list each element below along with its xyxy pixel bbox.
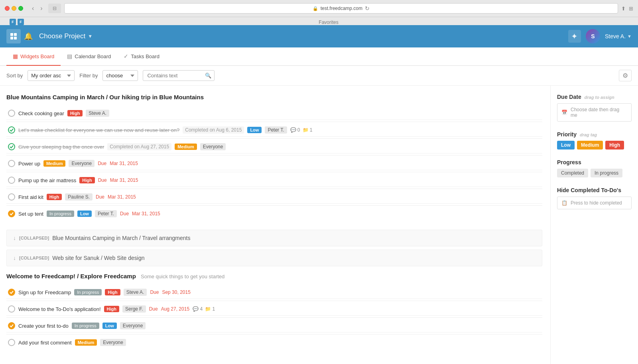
- assignee-badge: Everyone: [120, 322, 146, 329]
- browser-url-bar[interactable]: 🔒 test.freedcamp.com ↻: [64, 3, 618, 14]
- freedcamp-group-title: Welcome to Freedcamp! / Explore Freedcam…: [6, 273, 542, 282]
- task-item: Add your first comment Medium Everyone: [6, 336, 542, 349]
- toolbar: Sort by My order asc My order desc Due d…: [0, 66, 638, 86]
- collapse-arrow-icon: ↓: [13, 235, 16, 241]
- assignee-badge: Peter T.: [265, 126, 287, 134]
- tabs-bar: ▦ Widgets Board ▤ Calendar Board ✓ Tasks…: [0, 47, 638, 66]
- task-check[interactable]: [8, 322, 15, 329]
- tab-tasks-label: Tasks Board: [131, 53, 160, 59]
- main-layout: Blue Mountains Camping in March / Our hi…: [0, 86, 638, 364]
- minimize-button[interactable]: [12, 6, 16, 11]
- file-count: 📁 1: [303, 127, 313, 133]
- task-item: Create your first to-do In progress Low …: [6, 319, 542, 333]
- date-drag-box[interactable]: 📅 Choose date then drag me: [557, 103, 632, 122]
- collapse-arrow-icon: ↓: [13, 255, 16, 261]
- filter-label: Filter by: [79, 73, 98, 79]
- assignee-badge: Steve A.: [86, 110, 109, 117]
- sort-label: Sort by: [6, 73, 23, 79]
- collapsed-group-1[interactable]: ↓ [COLLAPSED] Blue Mountains Camping in …: [6, 230, 542, 246]
- task-item: Pump up the air mattress High Due Mar 31…: [6, 174, 542, 187]
- tab-calendar-board[interactable]: ▤ Calendar Board: [61, 47, 117, 66]
- assignee-badge: Everyone: [200, 143, 226, 150]
- search-input[interactable]: [143, 70, 215, 81]
- task-check[interactable]: [8, 193, 15, 201]
- tab-widgets-board[interactable]: ▦ Widgets Board: [6, 47, 61, 66]
- due-prefix: Due: [120, 211, 129, 216]
- task-title: Let's make checklist for everyone we can…: [18, 127, 179, 133]
- priority-tag-high[interactable]: High: [605, 141, 624, 150]
- maximize-button[interactable]: [18, 6, 23, 11]
- priority-badge-low: Low: [102, 323, 117, 329]
- file-count: 📁 1: [205, 306, 215, 312]
- collapsed-group-2[interactable]: ↓ [COLLAPSED] Web site for Sanuk / Web S…: [6, 250, 542, 266]
- task-title: Add your first comment: [18, 340, 72, 346]
- close-button[interactable]: [5, 6, 10, 11]
- expand-icon[interactable]: ⊞: [629, 6, 633, 12]
- user-menu[interactable]: Steve A. ▼: [605, 33, 632, 39]
- priority-tag-medium[interactable]: Medium: [577, 141, 603, 150]
- task-check[interactable]: [8, 289, 15, 296]
- task-item: Check cooking gear High Steve A.: [6, 107, 542, 120]
- sidebar-due-date-section: Due Date drag to assign 📅 Choose date th…: [557, 94, 632, 122]
- due-date: Mar 31, 2015: [110, 177, 138, 183]
- user-avatar[interactable]: S: [586, 29, 600, 43]
- username-label: Steve A.: [605, 33, 626, 39]
- hide-completed-button[interactable]: 📋 Press to hide completed: [557, 197, 632, 209]
- comment-count: 💬 0: [290, 127, 300, 133]
- due-date: Sep 30, 2015: [162, 289, 190, 295]
- task-title: First aid kit: [18, 194, 43, 200]
- refresh-icon[interactable]: ↻: [365, 5, 370, 12]
- forward-button[interactable]: ›: [38, 4, 45, 13]
- priority-tag-low[interactable]: Low: [557, 141, 575, 150]
- calendar-board-icon: ▤: [67, 53, 72, 59]
- task-check[interactable]: [8, 143, 15, 150]
- priority-tags: Low Medium High: [557, 141, 632, 150]
- progress-badge: In progress: [74, 289, 102, 295]
- progress-tags: Completed In progress: [557, 169, 632, 177]
- task-title: Check cooking gear: [18, 110, 64, 116]
- task-item: Sign up for Freedcamp In progress High S…: [6, 286, 542, 299]
- task-item: Let's make checklist for everyone we can…: [6, 124, 542, 137]
- task-check[interactable]: [8, 177, 15, 184]
- filter-select[interactable]: choose Priority Assignee Due Date Progre…: [102, 70, 138, 81]
- progress-badge: In progress: [72, 323, 99, 329]
- task-item: Give your sleeping bag the once over Com…: [6, 140, 542, 153]
- task-item: Set up tent In progress Low Peter T. Due…: [6, 207, 542, 220]
- project-selector[interactable]: Choose Project ▼: [39, 32, 93, 40]
- assignee-badge: Peter T.: [95, 210, 117, 217]
- assignee-badge: Steve A.: [124, 289, 147, 296]
- task-check[interactable]: [8, 339, 15, 346]
- due-date-title: Due Date drag to assign: [557, 94, 632, 100]
- task-title: Welcome to the To-Do's application!: [18, 306, 101, 312]
- task-item: Welcome to the To-Do's application! High…: [6, 303, 542, 316]
- tab-calendar-label: Calendar Board: [75, 53, 111, 59]
- add-new-button[interactable]: ✦: [568, 30, 581, 43]
- task-check[interactable]: [8, 110, 15, 117]
- task-title: Power up: [18, 161, 40, 167]
- back-button[interactable]: ‹: [30, 4, 36, 13]
- progress-tag-inprogress[interactable]: In progress: [591, 169, 622, 177]
- priority-badge-medium: Medium: [175, 144, 197, 150]
- task-title: Set up tent: [18, 211, 43, 217]
- task-check[interactable]: [8, 160, 15, 167]
- tab-tasks-board[interactable]: ✓ Tasks Board: [117, 47, 166, 66]
- freedcamp-group: Welcome to Freedcamp! / Explore Freedcam…: [6, 273, 542, 349]
- settings-gear-button[interactable]: ⚙: [619, 70, 632, 81]
- collapsed-label: [COLLAPSED]: [19, 236, 49, 240]
- search-icon[interactable]: 🔍: [205, 73, 211, 79]
- share-icon[interactable]: ⬆: [621, 6, 626, 12]
- app-header: 🔔 Choose Project ▼ ✦ S Steve A. ▼: [0, 25, 638, 47]
- date-drag-label: Choose date then drag me: [571, 107, 627, 118]
- notifications-bell[interactable]: 🔔: [24, 32, 33, 41]
- task-check[interactable]: [8, 210, 15, 217]
- browser-actions: ⬆ ⊞: [621, 6, 633, 12]
- svg-rect-2: [10, 37, 13, 39]
- sort-select[interactable]: My order asc My order desc Due date asc …: [28, 70, 75, 81]
- progress-tag-completed[interactable]: Completed: [557, 169, 588, 177]
- comment-count: 💬 4: [193, 306, 203, 312]
- sidebar-progress-section: Progress Completed In progress: [557, 159, 632, 177]
- assignee-badge: Everyone: [100, 339, 126, 346]
- priority-badge-low: Low: [247, 127, 262, 133]
- task-check[interactable]: [8, 126, 15, 134]
- task-check[interactable]: [8, 305, 15, 313]
